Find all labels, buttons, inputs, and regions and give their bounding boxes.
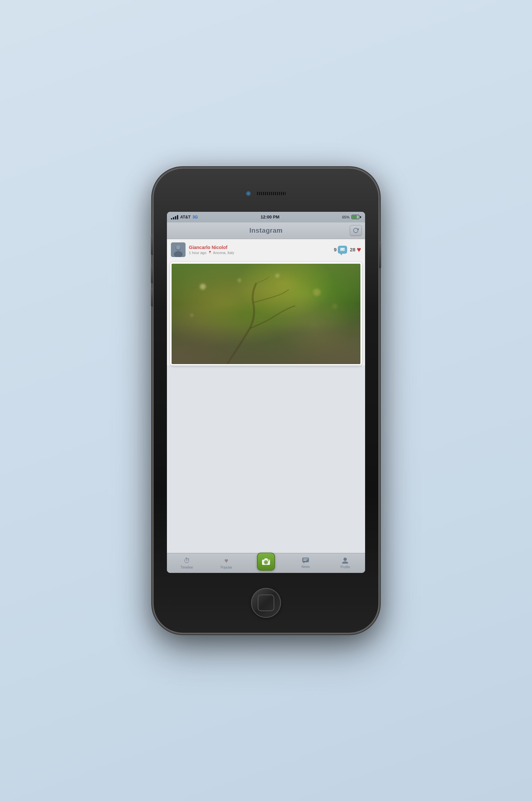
comment-stat: 9: [334, 246, 347, 254]
like-stat: 28 ♥: [350, 245, 361, 254]
app-header: Instagram: [167, 223, 365, 239]
svg-point-9: [265, 561, 267, 563]
svg-rect-10: [264, 558, 268, 560]
carrier-label: AT&T: [180, 215, 191, 220]
tab-profile[interactable]: Profile: [325, 555, 365, 571]
post-time: 1 hour ago: [189, 251, 207, 255]
status-left: AT&T 3G: [171, 215, 198, 220]
post-author: Giancarlo Nicolof: [189, 245, 330, 250]
battery-fill: [352, 215, 357, 218]
svg-point-11: [268, 560, 269, 561]
front-camera: [246, 191, 251, 196]
profile-label: Profile: [341, 565, 350, 569]
post-stats: 9: [334, 245, 361, 254]
post-location: Ancona, Italy: [213, 251, 234, 255]
screen: AT&T 3G 12:00 PM 65%: [167, 212, 365, 573]
nature-photo: [172, 264, 360, 364]
post-meta: Giancarlo Nicolof 1 hour ago 📍 Ancona, I…: [189, 245, 330, 255]
svg-rect-5: [341, 248, 344, 249]
phone-device: AT&T 3G 12:00 PM 65%: [153, 168, 379, 633]
tab-timeline[interactable]: ⏱ Timeline: [167, 555, 207, 571]
news-icon: [302, 557, 309, 564]
refresh-button[interactable]: [350, 225, 362, 236]
signal-bar-1: [171, 218, 172, 220]
battery-percent: 65%: [342, 215, 349, 219]
battery-icon: [352, 215, 361, 219]
feed-content: Giancarlo Nicolof 1 hour ago 📍 Ancona, I…: [167, 239, 365, 553]
timeline-icon: ⏱: [184, 557, 190, 565]
status-bar: AT&T 3G 12:00 PM 65%: [167, 212, 365, 223]
post-photo[interactable]: [170, 262, 362, 365]
svg-rect-6: [341, 249, 343, 250]
signal-bar-2: [173, 217, 174, 220]
page-background: AT&T 3G 12:00 PM 65%: [0, 0, 532, 801]
comment-icon: [340, 248, 345, 252]
volume-down-button[interactable]: [151, 288, 153, 307]
camera-icon: [262, 558, 270, 565]
battery-body: [352, 215, 359, 219]
svg-point-16: [343, 558, 347, 561]
svg-rect-15: [303, 560, 307, 560]
avatar-image: [171, 242, 186, 257]
post-header: Giancarlo Nicolof 1 hour ago 📍 Ancona, I…: [167, 239, 365, 260]
home-button[interactable]: [251, 588, 281, 618]
popular-icon: ♥: [225, 557, 228, 565]
like-count: 28: [350, 247, 356, 252]
location-pin-icon: 📍: [208, 251, 212, 254]
tab-popular[interactable]: ♥ Popular: [207, 555, 246, 571]
tab-bar: ⏱ Timeline ♥ Popular: [167, 553, 365, 573]
refresh-icon: [353, 227, 359, 233]
profile-icon: [342, 557, 348, 564]
timeline-label: Timeline: [180, 566, 193, 569]
popular-label: Popular: [221, 566, 232, 569]
status-right: 65%: [342, 215, 361, 219]
avatar[interactable]: [171, 242, 186, 257]
app-title: Instagram: [249, 227, 283, 234]
top-bezel: [154, 178, 378, 209]
comment-count: 9: [334, 247, 337, 252]
camera-button[interactable]: [257, 553, 275, 571]
news-label: News: [302, 565, 310, 569]
svg-point-3: [176, 245, 180, 250]
branch-overlay: [172, 264, 360, 364]
post-card: Giancarlo Nicolof 1 hour ago 📍 Ancona, I…: [167, 239, 365, 365]
speaker-grille: [256, 192, 286, 195]
signal-bar-4: [177, 215, 178, 220]
heart-icon: ♥: [357, 245, 361, 254]
signal-bars: [171, 215, 178, 220]
app-screen: AT&T 3G 12:00 PM 65%: [167, 212, 365, 573]
svg-rect-14: [303, 559, 308, 559]
post-time-location: 1 hour ago 📍 Ancona, Italy: [189, 251, 330, 255]
home-button-inner: [258, 594, 274, 611]
svg-marker-13: [303, 562, 305, 564]
volume-up-button[interactable]: [151, 265, 153, 283]
status-time: 12:00 PM: [261, 214, 279, 220]
tab-camera[interactable]: [246, 553, 286, 573]
battery-tip: [360, 216, 361, 218]
network-type: 3G: [192, 215, 198, 220]
signal-bar-3: [175, 216, 176, 220]
tab-news[interactable]: News: [286, 555, 325, 571]
comment-bubble-icon: [338, 246, 347, 254]
